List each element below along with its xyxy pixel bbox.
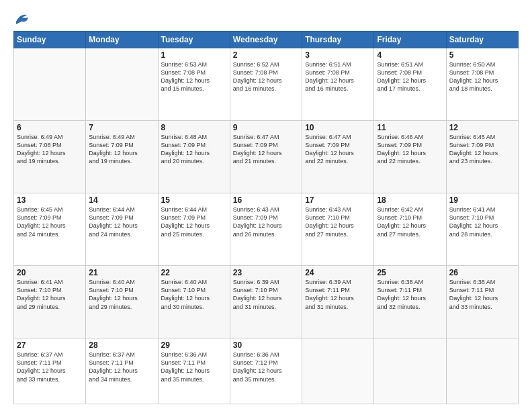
calendar-cell bbox=[86, 48, 158, 121]
calendar-cell: 1Sunrise: 6:53 AMSunset: 7:08 PMDaylight… bbox=[158, 48, 230, 121]
calendar-cell: 30Sunrise: 6:36 AMSunset: 7:12 PMDayligh… bbox=[230, 338, 302, 404]
calendar-table: SundayMondayTuesdayWednesdayThursdayFrid… bbox=[13, 31, 519, 404]
day-number: 25 bbox=[377, 268, 443, 277]
day-of-week-header: Sunday bbox=[14, 32, 86, 48]
cell-info-text: Sunrise: 6:47 AMSunset: 7:09 PMDaylight:… bbox=[305, 133, 371, 166]
day-number: 9 bbox=[233, 123, 299, 132]
day-number: 24 bbox=[305, 268, 371, 277]
calendar-cell: 5Sunrise: 6:50 AMSunset: 7:08 PMDaylight… bbox=[446, 48, 518, 121]
day-number: 28 bbox=[89, 340, 154, 350]
header bbox=[13, 12, 519, 24]
calendar-cell: 27Sunrise: 6:37 AMSunset: 7:11 PMDayligh… bbox=[14, 338, 86, 404]
logo bbox=[13, 12, 30, 24]
cell-info-text: Sunrise: 6:44 AMSunset: 7:09 PMDaylight:… bbox=[89, 205, 154, 238]
calendar-cell: 12Sunrise: 6:45 AMSunset: 7:09 PMDayligh… bbox=[446, 121, 518, 193]
calendar-cell: 14Sunrise: 6:44 AMSunset: 7:09 PMDayligh… bbox=[86, 193, 158, 266]
day-number: 3 bbox=[305, 50, 371, 60]
cell-info-text: Sunrise: 6:53 AMSunset: 7:08 PMDaylight:… bbox=[161, 60, 227, 93]
day-of-week-header: Thursday bbox=[302, 32, 374, 48]
cell-info-text: Sunrise: 6:36 AMSunset: 7:11 PMDaylight:… bbox=[161, 351, 227, 383]
cell-info-text: Sunrise: 6:49 AMSunset: 7:09 PMDaylight:… bbox=[89, 133, 154, 166]
calendar-cell: 7Sunrise: 6:49 AMSunset: 7:09 PMDaylight… bbox=[86, 121, 158, 193]
calendar-cell: 25Sunrise: 6:38 AMSunset: 7:11 PMDayligh… bbox=[374, 266, 446, 338]
calendar-header-row: SundayMondayTuesdayWednesdayThursdayFrid… bbox=[14, 32, 519, 48]
day-of-week-header: Saturday bbox=[446, 32, 518, 48]
calendar-cell: 21Sunrise: 6:40 AMSunset: 7:10 PMDayligh… bbox=[86, 266, 158, 338]
day-number: 30 bbox=[233, 340, 299, 350]
cell-info-text: Sunrise: 6:43 AMSunset: 7:09 PMDaylight:… bbox=[233, 205, 299, 238]
day-number: 21 bbox=[89, 268, 154, 277]
calendar-cell: 28Sunrise: 6:37 AMSunset: 7:11 PMDayligh… bbox=[86, 338, 158, 404]
cell-info-text: Sunrise: 6:37 AMSunset: 7:11 PMDaylight:… bbox=[89, 351, 154, 383]
cell-info-text: Sunrise: 6:38 AMSunset: 7:11 PMDaylight:… bbox=[377, 278, 443, 311]
cell-info-text: Sunrise: 6:42 AMSunset: 7:10 PMDaylight:… bbox=[377, 205, 443, 238]
cell-info-text: Sunrise: 6:41 AMSunset: 7:10 PMDaylight:… bbox=[449, 205, 515, 238]
calendar-cell: 6Sunrise: 6:49 AMSunset: 7:08 PMDaylight… bbox=[14, 121, 86, 193]
calendar-cell: 15Sunrise: 6:44 AMSunset: 7:09 PMDayligh… bbox=[158, 193, 230, 266]
day-of-week-header: Wednesday bbox=[230, 32, 302, 48]
calendar-cell: 10Sunrise: 6:47 AMSunset: 7:09 PMDayligh… bbox=[302, 121, 374, 193]
calendar-week-row: 1Sunrise: 6:53 AMSunset: 7:08 PMDaylight… bbox=[14, 48, 519, 121]
calendar-week-row: 13Sunrise: 6:45 AMSunset: 7:09 PMDayligh… bbox=[14, 193, 519, 266]
cell-info-text: Sunrise: 6:39 AMSunset: 7:10 PMDaylight:… bbox=[233, 278, 299, 311]
calendar-week-row: 20Sunrise: 6:41 AMSunset: 7:10 PMDayligh… bbox=[14, 266, 519, 338]
calendar-cell: 23Sunrise: 6:39 AMSunset: 7:10 PMDayligh… bbox=[230, 266, 302, 338]
cell-info-text: Sunrise: 6:51 AMSunset: 7:08 PMDaylight:… bbox=[377, 60, 443, 93]
cell-info-text: Sunrise: 6:46 AMSunset: 7:09 PMDaylight:… bbox=[377, 133, 443, 166]
calendar-week-row: 6Sunrise: 6:49 AMSunset: 7:08 PMDaylight… bbox=[14, 121, 519, 193]
cell-info-text: Sunrise: 6:39 AMSunset: 7:11 PMDaylight:… bbox=[305, 278, 371, 311]
day-number: 27 bbox=[17, 340, 83, 350]
day-number: 13 bbox=[17, 195, 83, 205]
cell-info-text: Sunrise: 6:38 AMSunset: 7:11 PMDaylight:… bbox=[449, 278, 515, 311]
logo-bird-icon bbox=[15, 12, 30, 24]
calendar-cell: 24Sunrise: 6:39 AMSunset: 7:11 PMDayligh… bbox=[302, 266, 374, 338]
calendar-cell: 16Sunrise: 6:43 AMSunset: 7:09 PMDayligh… bbox=[230, 193, 302, 266]
calendar-cell bbox=[374, 338, 446, 404]
cell-info-text: Sunrise: 6:49 AMSunset: 7:08 PMDaylight:… bbox=[17, 133, 83, 166]
calendar-cell: 8Sunrise: 6:48 AMSunset: 7:09 PMDaylight… bbox=[158, 121, 230, 193]
cell-info-text: Sunrise: 6:44 AMSunset: 7:09 PMDaylight:… bbox=[161, 205, 227, 238]
calendar-cell bbox=[446, 338, 518, 404]
cell-info-text: Sunrise: 6:45 AMSunset: 7:09 PMDaylight:… bbox=[17, 205, 83, 238]
calendar-cell: 22Sunrise: 6:40 AMSunset: 7:10 PMDayligh… bbox=[158, 266, 230, 338]
day-number: 23 bbox=[233, 268, 299, 277]
calendar-week-row: 27Sunrise: 6:37 AMSunset: 7:11 PMDayligh… bbox=[14, 338, 519, 404]
calendar-cell bbox=[302, 338, 374, 404]
cell-info-text: Sunrise: 6:37 AMSunset: 7:11 PMDaylight:… bbox=[17, 351, 83, 383]
calendar-cell: 11Sunrise: 6:46 AMSunset: 7:09 PMDayligh… bbox=[374, 121, 446, 193]
day-of-week-header: Friday bbox=[374, 32, 446, 48]
day-of-week-header: Tuesday bbox=[158, 32, 230, 48]
cell-info-text: Sunrise: 6:36 AMSunset: 7:12 PMDaylight:… bbox=[233, 351, 299, 383]
calendar-cell: 4Sunrise: 6:51 AMSunset: 7:08 PMDaylight… bbox=[374, 48, 446, 121]
day-number: 19 bbox=[449, 195, 515, 205]
calendar-cell: 29Sunrise: 6:36 AMSunset: 7:11 PMDayligh… bbox=[158, 338, 230, 404]
cell-info-text: Sunrise: 6:47 AMSunset: 7:09 PMDaylight:… bbox=[233, 133, 299, 166]
day-number: 5 bbox=[449, 50, 515, 60]
day-of-week-header: Monday bbox=[86, 32, 158, 48]
day-number: 7 bbox=[89, 123, 154, 132]
calendar-cell: 17Sunrise: 6:43 AMSunset: 7:10 PMDayligh… bbox=[302, 193, 374, 266]
day-number: 12 bbox=[449, 123, 515, 132]
cell-info-text: Sunrise: 6:40 AMSunset: 7:10 PMDaylight:… bbox=[89, 278, 154, 311]
calendar-cell bbox=[14, 48, 86, 121]
day-number: 17 bbox=[305, 195, 371, 205]
day-number: 6 bbox=[17, 123, 83, 132]
cell-info-text: Sunrise: 6:45 AMSunset: 7:09 PMDaylight:… bbox=[449, 133, 515, 166]
day-number: 14 bbox=[89, 195, 154, 205]
day-number: 11 bbox=[377, 123, 443, 132]
day-number: 20 bbox=[17, 268, 83, 277]
cell-info-text: Sunrise: 6:40 AMSunset: 7:10 PMDaylight:… bbox=[161, 278, 227, 311]
day-number: 29 bbox=[161, 340, 227, 350]
calendar-cell: 9Sunrise: 6:47 AMSunset: 7:09 PMDaylight… bbox=[230, 121, 302, 193]
day-number: 15 bbox=[161, 195, 227, 205]
calendar-cell: 18Sunrise: 6:42 AMSunset: 7:10 PMDayligh… bbox=[374, 193, 446, 266]
day-number: 8 bbox=[161, 123, 227, 132]
calendar-cell: 19Sunrise: 6:41 AMSunset: 7:10 PMDayligh… bbox=[446, 193, 518, 266]
calendar-cell: 3Sunrise: 6:51 AMSunset: 7:08 PMDaylight… bbox=[302, 48, 374, 121]
page: SundayMondayTuesdayWednesdayThursdayFrid… bbox=[0, 0, 532, 411]
cell-info-text: Sunrise: 6:48 AMSunset: 7:09 PMDaylight:… bbox=[161, 133, 227, 166]
day-number: 18 bbox=[377, 195, 443, 205]
cell-info-text: Sunrise: 6:51 AMSunset: 7:08 PMDaylight:… bbox=[305, 60, 371, 93]
cell-info-text: Sunrise: 6:43 AMSunset: 7:10 PMDaylight:… bbox=[305, 205, 371, 238]
day-number: 4 bbox=[377, 50, 443, 60]
